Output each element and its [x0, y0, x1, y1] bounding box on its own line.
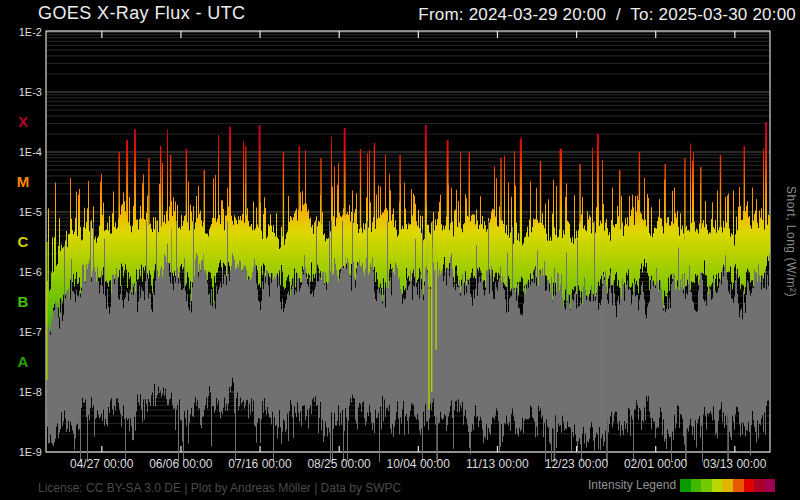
goes-xray-flux-app: GOES X-Ray Flux - UTC From: 2024-03-29 2… [0, 0, 800, 500]
bottom-tick-mark [180, 446, 181, 452]
top-tick-mark [576, 31, 577, 38]
intensity-legend-bar [680, 479, 775, 492]
intensity-legend-swatch [722, 479, 733, 492]
intensity-legend-swatch [701, 479, 712, 492]
bottom-tick-mark [655, 446, 656, 452]
intensity-legend-label: Intensity Legend [588, 478, 676, 492]
intensity-legend-swatch [712, 479, 723, 492]
top-tick-mark [655, 31, 656, 38]
bottom-tick-mark [576, 446, 577, 452]
y-axis-tick-label: 1E-2 [0, 25, 42, 39]
top-tick-mark [734, 31, 735, 38]
bottom-tick-mark [418, 446, 419, 452]
bottom-tick-mark [259, 446, 260, 452]
right-axis-label: Short, Long (W/m²) [774, 32, 798, 452]
bottom-tick-mark [734, 446, 735, 452]
intensity-legend-swatch [754, 479, 765, 492]
intensity-legend-swatch [680, 479, 691, 492]
top-tick-mark [339, 31, 340, 38]
intensity-legend: Intensity Legend [588, 478, 775, 492]
y-axis-tick-label: 1E-6 [0, 265, 42, 279]
y-axis-tick-label: 1E-4 [0, 145, 42, 159]
flare-class-label-c: C [8, 233, 38, 251]
top-tick-mark [259, 31, 260, 38]
bottom-tick-mark [339, 446, 340, 452]
top-tick-mark [180, 31, 181, 38]
xray-flux-plot [0, 0, 800, 500]
y-axis-tick-label: 1E-9 [0, 445, 42, 459]
bottom-tick-mark [101, 446, 102, 452]
y-axis-tick-label: 1E-8 [0, 385, 42, 399]
flare-class-label-x: X [8, 113, 38, 131]
license-text: License: CC BY-SA 3.0 DE | Plot by Andre… [38, 481, 401, 495]
flare-class-label-m: M [8, 173, 38, 191]
flare-class-label-a: A [8, 353, 38, 371]
top-tick-mark [418, 31, 419, 38]
intensity-legend-swatch [765, 479, 776, 492]
intensity-legend-swatch [691, 479, 702, 492]
top-tick-mark [497, 31, 498, 38]
intensity-legend-swatch [744, 479, 755, 492]
y-axis-tick-label: 1E-7 [0, 325, 42, 339]
flare-class-label-b: B [8, 293, 38, 311]
y-axis-tick-label: 1E-5 [0, 205, 42, 219]
intensity-legend-swatch [733, 479, 744, 492]
top-tick-mark [101, 31, 102, 38]
y-axis-tick-label: 1E-3 [0, 85, 42, 99]
bottom-tick-mark [497, 446, 498, 452]
x-axis-tick-label: 03/13 00:00 [689, 457, 781, 471]
